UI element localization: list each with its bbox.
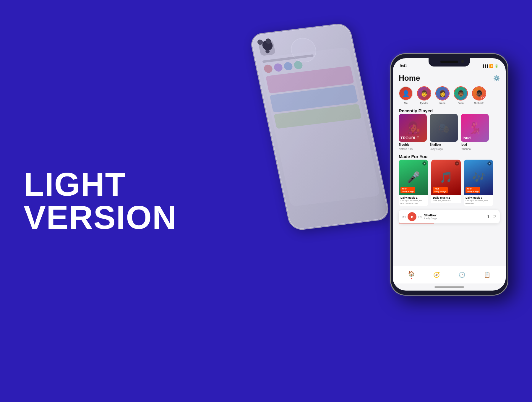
album-art-trouble: 👩‍🎤 TROUBLE	[399, 114, 427, 142]
daily-badge-1: YourDaily Songs	[400, 187, 415, 193]
now-playing-title: Shallow	[424, 213, 484, 217]
daily-artists-1: Dua lipa, Rihanna, rita ora, one directi…	[400, 199, 426, 205]
daily-art-3: 🎶 3 YourDaily Songs	[464, 160, 493, 195]
album-art-loud: 💃 loud	[461, 114, 489, 142]
hero-text: LIGHT VERSION	[24, 168, 177, 234]
daily-num-3: 3	[487, 161, 492, 166]
avatar-placeholder-me: 👤	[399, 87, 412, 100]
avatar-placeholder-fyodor: 👨	[418, 87, 431, 100]
hero-line2: VERSION	[24, 201, 177, 234]
daily-num-1: 1	[422, 161, 426, 166]
story-label-irene: Irene	[439, 102, 446, 105]
avatar-fyodor: 👨	[417, 86, 431, 100]
story-item-fyodor[interactable]: 👨 Fyodor	[417, 86, 431, 105]
story-item-juan[interactable]: 👨🏾 Juan	[454, 86, 468, 105]
next-button[interactable]: ⏭	[418, 215, 422, 219]
like-icon[interactable]: ♡	[492, 214, 496, 219]
avatar-rutherfo: 👨🏿 1	[472, 86, 486, 100]
recently-played-list: 👩‍🎤 TROUBLE Trouble Natalie Kills	[399, 114, 500, 150]
daily-artists-3: Dua lipa, Rihanna, one direction	[466, 199, 492, 205]
play-button[interactable]: ▶	[408, 212, 416, 221]
album-art-shallow: 🎭	[430, 114, 458, 142]
home-indicator	[393, 283, 506, 291]
daily-card-1[interactable]: 🎤 1 YourDaily Songs Daily music 1 Dua li…	[399, 160, 428, 206]
home-icon: 🏠	[408, 270, 415, 277]
np-actions: ⬆ ♡	[486, 214, 496, 219]
now-playing-info: Shallow Lady Gaga	[424, 213, 484, 220]
made-for-you-list: 🎤 1 YourDaily Songs Daily music 1 Dua li…	[399, 160, 500, 206]
avatar-placeholder-irene: 👩	[436, 87, 449, 100]
progress-fill	[399, 223, 434, 223]
share-icon[interactable]: ⬆	[486, 214, 490, 219]
daily-title-3: Daily music 3	[466, 196, 492, 199]
settings-icon[interactable]: ⚙️	[493, 75, 500, 82]
now-playing-artist: Lady Gaga	[424, 217, 484, 220]
status-time: 9:41	[400, 64, 407, 68]
story-item-me[interactable]: 👤 Me	[399, 86, 413, 105]
home-active-dot	[411, 278, 412, 279]
home-bar	[434, 286, 464, 288]
stories-row: 👤 Me 👨 Fyodor 👩	[399, 86, 500, 105]
made-for-you-section: Made For You 🎤 1 YourDaily Songs	[399, 154, 500, 206]
hero-line1: LIGHT	[24, 168, 177, 201]
now-playing-bar: ⏮ ▶ ⏭ Shallow Lady Gaga ⬆ ♡	[399, 210, 500, 223]
album-name-loud: loud	[461, 143, 489, 146]
nav-history[interactable]: 🕐	[459, 272, 465, 278]
loud-text: loud	[463, 136, 471, 140]
daily-title-2: Daily music 2	[433, 196, 459, 199]
previous-button[interactable]: ⏮	[402, 215, 406, 219]
avatar-irene: 👩	[435, 86, 450, 100]
daily-title-1: Daily music 1	[400, 196, 426, 199]
story-label-juan: Juan	[458, 102, 464, 105]
album-card-shallow[interactable]: 🎭 Shallow Lady Gaga	[430, 114, 458, 150]
daily-info-2: Daily music 2 Dua lipa, Rihanna,	[431, 195, 461, 203]
phone-front: 9:41 ▐▐▐ 📶 🔋 Home ⚙️	[390, 53, 508, 296]
avatar-me: 👤	[399, 86, 413, 100]
daily-info-1: Daily music 1 Dua lipa, Rihanna, rita or…	[399, 195, 428, 206]
nav-library[interactable]: 📋	[484, 272, 490, 278]
avatar-juan: 👨🏾	[454, 86, 468, 100]
phones-area: 9:41 ▐▐▐ 📶 🔋 Home ⚙️	[242, 12, 508, 390]
album-name-trouble: Trouble	[399, 143, 427, 146]
daily-num-2: 2	[455, 161, 459, 166]
avatar-placeholder-juan: 👨🏾	[454, 87, 467, 100]
status-icons: ▐▐▐ 📶 🔋	[482, 64, 499, 68]
album-card-loud[interactable]: 💃 loud loud Rihanna	[461, 114, 489, 150]
wifi-icon: 📶	[489, 64, 493, 68]
daily-artists-2: Dua lipa, Rihanna,	[433, 199, 459, 202]
trouble-text: TROUBLE	[400, 136, 419, 140]
story-item-rutherfo[interactable]: 👨🏿 1 Rutherfo	[472, 86, 486, 105]
library-icon: 📋	[484, 272, 490, 278]
recently-played-title: Recently Played	[399, 108, 500, 113]
phone-back	[249, 22, 391, 231]
app-content: Home ⚙️ 👤 Me 👨	[393, 71, 506, 266]
phone-screen: 9:41 ▐▐▐ 📶 🔋 Home ⚙️	[393, 58, 506, 291]
daily-art-1: 🎤 1 YourDaily Songs	[399, 160, 428, 195]
album-card-trouble[interactable]: 👩‍🎤 TROUBLE Trouble Natalie Kills	[399, 114, 427, 150]
history-icon: 🕐	[459, 272, 465, 278]
daily-art-2: 🎵 2 YourDaily Songs	[431, 160, 461, 195]
app-header: Home ⚙️	[399, 74, 500, 83]
nav-discover[interactable]: 🧭	[433, 272, 440, 278]
daily-card-3[interactable]: 🎶 3 YourDaily Songs Daily music 3 Dua li…	[464, 160, 493, 206]
story-item-irene[interactable]: 👩 Irene	[435, 86, 450, 105]
story-badge-rutherfo: 1	[481, 96, 486, 100]
daily-card-2[interactable]: 🎵 2 YourDaily Songs Daily music 2 Dua li…	[431, 160, 461, 206]
daily-info-3: Daily music 3 Dua lipa, Rihanna, one dir…	[464, 195, 493, 206]
album-artist-shallow: Lady Gaga	[430, 147, 458, 150]
daily-badge-2: YourDaily Songs	[433, 187, 448, 193]
signal-icon: ▐▐▐	[482, 64, 488, 68]
notch	[429, 58, 470, 67]
battery-icon: 🔋	[494, 64, 499, 68]
nav-home[interactable]: 🏠	[408, 270, 415, 279]
progress-bar	[399, 223, 500, 223]
daily-badge-3: YourDaily Songs	[466, 187, 480, 193]
made-for-you-title: Made For You	[399, 154, 500, 159]
story-label-me: Me	[404, 102, 408, 105]
recently-played-section: Recently Played 👩‍🎤 TROUBLE Trouble	[399, 108, 500, 150]
page-title: Home	[399, 74, 420, 83]
discover-icon: 🧭	[433, 272, 440, 278]
story-label-fyodor: Fyodor	[420, 102, 428, 105]
np-controls: ⏮ ▶ ⏭	[402, 212, 422, 221]
album-art-bg-shallow: 🎭	[430, 114, 458, 142]
